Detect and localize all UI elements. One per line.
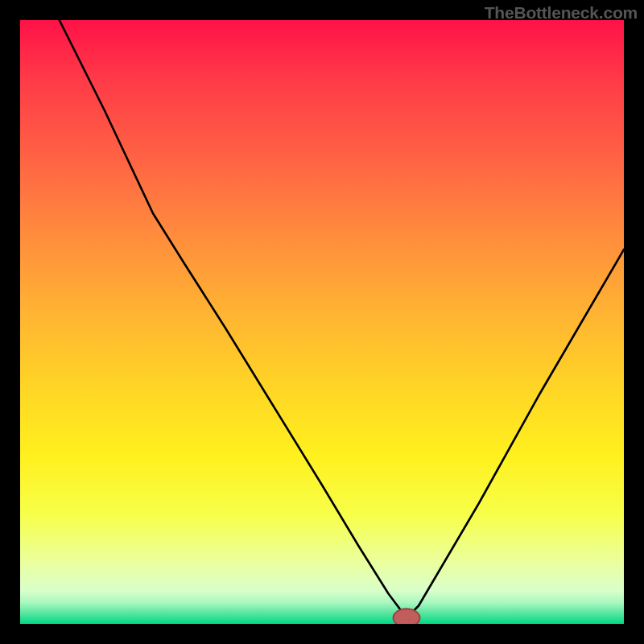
chart-frame: TheBottleneck.com: [0, 0, 644, 644]
gradient-background: [20, 20, 624, 624]
watermark-text: TheBottleneck.com: [485, 3, 638, 23]
chart-plot: [20, 20, 624, 624]
chart-svg: [20, 20, 624, 624]
minimum-marker: [394, 609, 420, 624]
